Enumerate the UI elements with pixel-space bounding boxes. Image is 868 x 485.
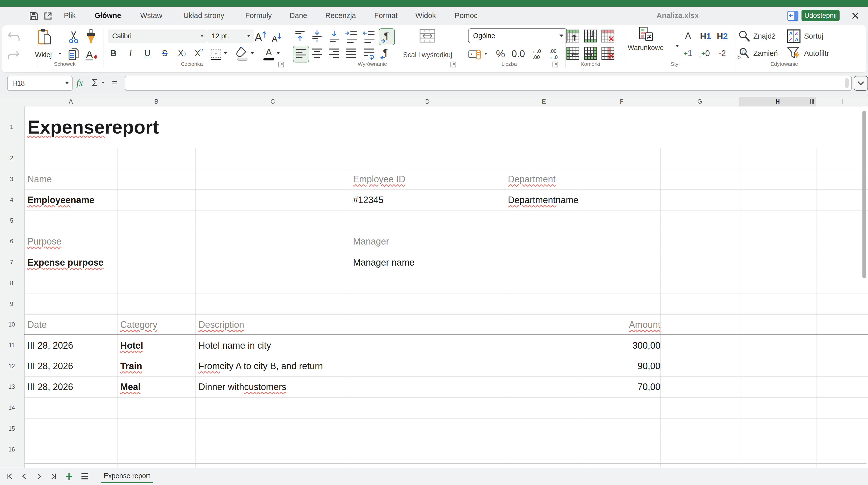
column-header-d[interactable]: D	[350, 97, 505, 107]
menu-tab-uklad-strony[interactable]: Układ strony	[177, 7, 230, 24]
cell-a11-date[interactable]: III 28, 2026	[24, 335, 120, 356]
conditional-dropdown-caret[interactable]	[676, 45, 679, 47]
menu-tab-widok[interactable]: Widok	[412, 7, 440, 24]
style-neutral-button[interactable]: +0-	[699, 46, 713, 60]
cell-a12-date[interactable]: III 28, 2026	[24, 356, 120, 376]
bold-button[interactable]: B	[107, 46, 119, 60]
column-header-g[interactable]: G	[660, 97, 739, 107]
cell-f10-amount-header[interactable]: Amount	[583, 314, 664, 335]
cell-b10-category-header[interactable]: Category	[117, 314, 198, 335]
strikethrough-button[interactable]: S	[159, 46, 170, 60]
column-header-b[interactable]: B	[117, 97, 195, 107]
row-header-7[interactable]: 7	[0, 252, 23, 273]
style-heading1-button[interactable]: H1	[699, 29, 713, 43]
cell-b11-category[interactable]: Hotel	[117, 335, 198, 356]
open-in-new-icon[interactable]	[43, 11, 53, 21]
cell-a10-date-header[interactable]: Date	[24, 314, 120, 335]
column-header-i[interactable]: I	[816, 97, 868, 107]
find-button[interactable]: Znajdź	[753, 29, 792, 43]
row-header-5[interactable]: 5	[0, 211, 23, 231]
formula-input[interactable]	[125, 76, 852, 91]
increase-indent-icon[interactable]	[344, 29, 359, 44]
align-center-icon[interactable]	[310, 46, 324, 61]
menu-tab-wstaw[interactable]: Wstaw	[136, 7, 166, 24]
cell-c11-description[interactable]: Hotel name in city	[195, 335, 503, 356]
row-header-8[interactable]: 8	[0, 273, 23, 294]
number-group-expander-icon[interactable]	[552, 61, 559, 68]
replace-icon[interactable]: ba	[737, 47, 751, 60]
percent-format-button[interactable]: %	[493, 47, 507, 61]
menu-tab-glowne[interactable]: Główne	[91, 7, 125, 24]
sheet-grid[interactable]	[0, 97, 868, 468]
replace-button[interactable]: Zamień	[753, 47, 792, 60]
align-center-vertical-icon[interactable]	[310, 29, 324, 44]
previous-sheet-icon[interactable]	[19, 471, 30, 482]
row-header-2[interactable]: 2	[0, 148, 23, 169]
row-header-15[interactable]: 15	[0, 419, 23, 439]
row-header-12[interactable]: 12	[0, 356, 23, 376]
column-header-e[interactable]: E	[505, 97, 583, 107]
sheet-tab-expense-report[interactable]: Expense report	[99, 468, 155, 484]
cell-e4-department-name[interactable]: Department name	[505, 189, 685, 211]
underline-button[interactable]: U	[142, 46, 153, 60]
add-sheet-icon[interactable]	[63, 471, 74, 482]
column-header-h-selected[interactable]: H	[739, 97, 816, 107]
name-box[interactable]: H18	[7, 76, 72, 91]
merge-center-button[interactable]: Scal i wyśrodkuj	[391, 50, 464, 60]
autosum-icon[interactable]: Σ	[89, 76, 100, 90]
menu-tab-format[interactable]: Format	[370, 7, 402, 24]
style-default-button[interactable]: A	[682, 29, 694, 43]
justify-icon[interactable]	[344, 46, 359, 61]
column-header-c[interactable]: C	[195, 97, 350, 107]
cell-b12-category[interactable]: Train	[117, 356, 198, 376]
style-good-button[interactable]: +1	[682, 46, 694, 60]
row-header-10[interactable]: 10	[0, 314, 23, 335]
sidebar-toggle-icon[interactable]	[787, 10, 799, 22]
insert-column-left-icon[interactable]	[566, 46, 580, 60]
borders-icon[interactable]	[210, 48, 222, 60]
style-bad-button[interactable]: -2	[715, 46, 730, 60]
cell-e3-department-label[interactable]: Department	[505, 169, 586, 189]
cell-a3-name-label[interactable]: Name	[24, 169, 120, 189]
fill-color-dropdown-caret[interactable]	[251, 52, 254, 54]
font-color-icon[interactable]: A	[262, 46, 275, 61]
autofilter-icon[interactable]	[787, 46, 801, 60]
font-group-expander-icon[interactable]	[278, 61, 285, 68]
menu-tab-plik[interactable]: Plik	[58, 7, 81, 24]
cell-d3-employee-id-label[interactable]: Employee ID	[350, 169, 508, 189]
undo-icon[interactable]	[7, 30, 21, 45]
wrap-text-icon[interactable]	[362, 46, 376, 61]
cell-a7-expense-purpose[interactable]: Expense purpose	[24, 252, 256, 273]
share-button[interactable]: Udostępnij	[802, 10, 840, 21]
italic-button[interactable]: I	[125, 46, 136, 60]
sort-button[interactable]: Sortuj	[804, 29, 842, 43]
decimal-format-button[interactable]: 0.0	[509, 47, 527, 61]
row-header-11[interactable]: 11	[0, 335, 23, 356]
paste-icon[interactable]	[37, 28, 52, 46]
column-header-a[interactable]: A	[24, 97, 117, 107]
style-heading2-button[interactable]: H2	[715, 29, 730, 43]
cell-a6-purpose-label[interactable]: Purpose	[24, 231, 120, 252]
autosum-dropdown-caret[interactable]	[101, 82, 104, 84]
save-icon[interactable]	[28, 11, 39, 21]
grow-font-button[interactable]: A	[253, 28, 268, 44]
delete-rows-icon[interactable]	[601, 29, 615, 43]
row-header-1[interactable]: 1	[0, 107, 23, 148]
row-header-13[interactable]: 13	[0, 376, 23, 397]
horizontal-scrollbar[interactable]	[24, 463, 866, 464]
fill-color-icon[interactable]	[236, 46, 249, 61]
borders-dropdown-caret[interactable]	[224, 52, 227, 54]
number-format-select[interactable]: Ogólne	[468, 28, 567, 43]
last-sheet-icon[interactable]	[48, 471, 59, 482]
menu-tab-recenzja[interactable]: Recenzja	[320, 7, 361, 24]
cell-f13-amount[interactable]: 70,00	[583, 376, 664, 397]
first-sheet-icon[interactable]	[4, 471, 15, 482]
paste-dropdown-caret[interactable]	[58, 53, 61, 55]
find-icon[interactable]	[738, 29, 751, 43]
cell-a1-title[interactable]: Expense report	[24, 107, 433, 148]
cell-f11-amount[interactable]: 300,00	[583, 335, 664, 356]
alignment-group-expander-icon[interactable]	[450, 61, 457, 68]
cell-c10-description-header[interactable]: Description	[195, 314, 353, 335]
conditional-format-icon[interactable]	[638, 26, 654, 42]
column-header-f[interactable]: F	[583, 97, 660, 107]
